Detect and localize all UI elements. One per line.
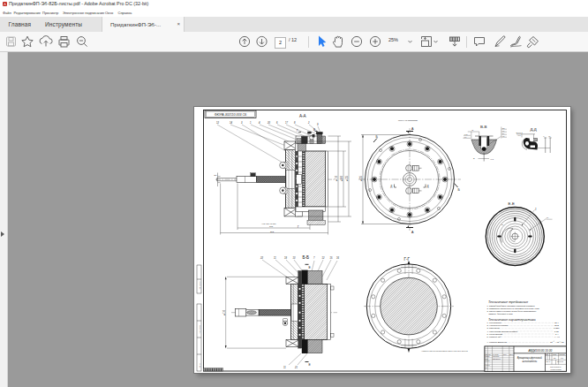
- svg-text:Изм: Изм: [485, 354, 487, 355]
- svg-text:м6: м6: [215, 174, 218, 177]
- svg-text:⌀410: ⌀410: [222, 310, 226, 315]
- svg-text:Г-Г: Г-Г: [404, 257, 411, 262]
- svg-text:11: 11: [283, 366, 286, 369]
- svg-text:ТПУ ИнЭО гр.: ТПУ ИнЭО гр.: [550, 366, 562, 368]
- svg-text:тип 1 из размеров: тип 1 из размеров: [398, 119, 418, 122]
- svg-text:4: 4: [259, 121, 260, 125]
- svg-text:10¯⁴ + 10¯² Па: 10¯⁴ + 10¯² Па: [550, 340, 564, 343]
- svg-text:помощь действий 6 атм: помощь действий 6 атм: [489, 313, 514, 315]
- svg-text:Техническая характеристика: Техническая характеристика: [488, 318, 536, 322]
- svg-text:⌀425: ⌀425: [345, 176, 349, 181]
- svg-text:Вращающо-фрезовый: Вращающо-фрезовый: [517, 356, 543, 360]
- svg-text:15: 15: [330, 256, 333, 260]
- svg-text:Лист: Лист: [488, 354, 492, 355]
- svg-text:Инв. №: Инв. №: [199, 363, 200, 368]
- svg-text:А: А: [411, 231, 414, 234]
- svg-text:8: 8: [294, 121, 296, 125]
- svg-text:3: 3: [241, 121, 243, 125]
- svg-text:17: 17: [285, 121, 288, 125]
- svg-text:12: 12: [216, 121, 219, 125]
- svg-text:к6: к6: [547, 216, 549, 218]
- svg-text:10: 10: [293, 256, 296, 260]
- svg-text:1. Тип размера: 1. Тип размера: [487, 322, 502, 323]
- svg-text:7: 7: [313, 256, 315, 260]
- svg-text:Разраб.: Разраб.: [485, 356, 490, 357]
- svg-text:45°: 45°: [471, 129, 474, 131]
- svg-text:№ докум.: № докум.: [493, 353, 499, 355]
- svg-text:202: 202: [270, 231, 275, 233]
- svg-text:Придаткин: Придаткин: [493, 356, 500, 357]
- svg-text:3. После сборки систему охлажд: 3. После сборки систему охлаждения отраб…: [487, 310, 538, 312]
- svg-text:20: 20: [267, 121, 270, 125]
- svg-text:1: 1: [250, 121, 252, 125]
- svg-text:6. Рабочий ход: 6. Рабочий ход: [487, 336, 502, 338]
- svg-text:Масштаб: Масштаб: [560, 354, 565, 355]
- svg-text:* отв. маб. по вид.: * отв. маб. по вид.: [261, 223, 276, 224]
- svg-text:А: А: [411, 127, 414, 131]
- svg-text:Н9: Н9: [502, 130, 504, 132]
- svg-text:Листов 12: Листов 12: [557, 361, 563, 362]
- svg-text:Б: Б: [376, 135, 379, 139]
- svg-text:Е-Е: Е-Е: [509, 201, 515, 206]
- svg-text:⌀425: ⌀425: [359, 176, 363, 181]
- svg-text:Подп.: Подп.: [503, 354, 508, 355]
- svg-text:Б: Б: [473, 157, 475, 160]
- svg-text:18: 18: [284, 256, 287, 260]
- svg-text:±0,2: ±0,2: [490, 158, 494, 161]
- svg-text:11: 11: [274, 256, 276, 260]
- svg-text:Н7: Н7: [502, 135, 504, 137]
- svg-text:14: 14: [230, 121, 232, 125]
- svg-text:20 В: 20 В: [554, 324, 559, 326]
- svg-text:12: 12: [322, 256, 325, 260]
- svg-text:Д: Д: [427, 185, 429, 188]
- svg-text:Е: Е: [309, 266, 312, 269]
- svg-text:4. Количество болтов патрона: 4. Количество болтов патрона: [487, 330, 518, 332]
- svg-text:3 кВт: 3 кВт: [554, 327, 560, 329]
- svg-text:9: 9: [317, 123, 319, 126]
- svg-text:30°: 30°: [501, 224, 504, 225]
- svg-text:Б: Б: [458, 188, 461, 192]
- svg-text:* сварные швы по документам п: * сварные швы по документам пд ГОСТ 1477…: [421, 350, 468, 352]
- svg-text:Технические требования: Технические требования: [488, 300, 528, 304]
- svg-text:Д: Д: [390, 185, 392, 188]
- svg-text:2 А: 2 А: [554, 333, 559, 335]
- svg-text:Инв. № подл.: Инв. № подл.: [199, 280, 200, 290]
- svg-text:2: 2: [307, 121, 310, 125]
- svg-text:Т.контр.: Т.контр.: [485, 360, 490, 361]
- svg-text:Пров.: Пров.: [485, 359, 489, 360]
- svg-text:Дата: Дата: [509, 354, 512, 355]
- svg-text:Подп. и дата: Подп. и дата: [199, 325, 200, 334]
- svg-text:Ефременков: Ефременков: [493, 358, 501, 360]
- svg-text:16: 16: [336, 256, 339, 260]
- svg-text:⌀340: ⌀340: [340, 176, 343, 181]
- svg-text:Д-Д: Д-Д: [530, 127, 536, 132]
- svg-text:1: 1: [535, 208, 537, 211]
- svg-text:ФЮРА.302110.003 СБ: ФЮРА.302110.003 СБ: [215, 113, 247, 117]
- svg-text:⌀410: ⌀410: [335, 176, 338, 181]
- svg-text:В-В: В-В: [480, 125, 486, 129]
- svg-text:исполнитель: исполнитель: [522, 360, 537, 363]
- svg-text:21: 21: [294, 366, 298, 369]
- svg-text:б: б: [543, 135, 544, 137]
- svg-text:5. Тип В болтов: 5. Тип В болтов: [487, 333, 503, 335]
- svg-text:1. Свободноходовые требобы ток: 1. Свободноходовые требобы токарной патр…: [487, 305, 536, 307]
- svg-text:Масса: Масса: [553, 354, 556, 355]
- svg-text:Г: Г: [297, 129, 298, 133]
- svg-text:А-А: А-А: [299, 114, 307, 118]
- svg-text:Лист 2: Лист 2: [547, 361, 551, 362]
- svg-text:Н.контр.: Н.контр.: [485, 365, 490, 366]
- svg-text:2. Натяжения размер: 2. Натяжения размер: [486, 324, 509, 326]
- svg-text:22: 22: [260, 256, 263, 260]
- svg-text:АВД4100.00.10.00: АВД4100.00.10.00: [527, 349, 552, 353]
- svg-text:6: 6: [276, 121, 278, 125]
- svg-text:7. Рабочее Давление: 7. Рабочее Давление: [487, 341, 508, 343]
- svg-text:±0,1: ±0,1: [517, 134, 521, 137]
- svg-text:В: В: [313, 128, 315, 132]
- svg-text:3. Мощность: 3. Мощность: [487, 327, 501, 329]
- svg-text:Г: Г: [298, 225, 299, 229]
- svg-text:175: 175: [269, 225, 274, 228]
- svg-text:90 4: 90 4: [554, 322, 559, 323]
- svg-text:группа З-8Л52: группа З-8Л52: [551, 368, 562, 370]
- svg-text:⌀4: ⌀4: [502, 133, 504, 134]
- svg-text:Е: Е: [309, 363, 312, 367]
